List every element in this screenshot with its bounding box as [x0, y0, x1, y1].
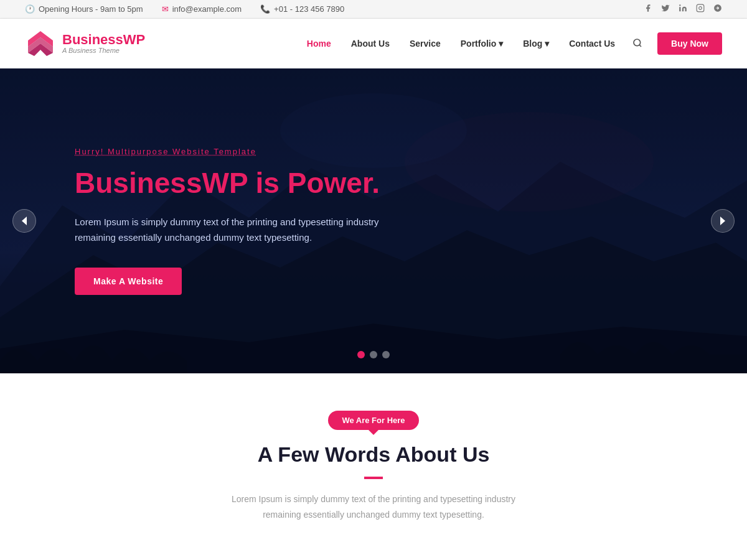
googleplus-link[interactable]: [713, 4, 722, 14]
logo-icon: [25, 28, 56, 59]
section-divider: [364, 477, 383, 479]
slider-dots: [357, 351, 390, 358]
about-section: We Are For Here A Few Words About Us Lor…: [0, 373, 747, 560]
twitter-link[interactable]: [661, 4, 670, 14]
instagram-link[interactable]: [696, 4, 705, 14]
search-button[interactable]: [626, 33, 649, 55]
slider-dot-3[interactable]: [382, 351, 390, 358]
linkedin-link[interactable]: [679, 4, 687, 14]
social-links: [644, 4, 722, 14]
hero-content: Hurry! Multipurpose Website Template Bus…: [0, 147, 380, 295]
hero-section: Hurry! Multipurpose Website Template Bus…: [0, 68, 747, 373]
hero-description: Lorem Ipsum is simply dummy text of the …: [75, 214, 380, 246]
hero-title: BusinessWP is Power.: [75, 167, 380, 199]
top-bar: 🕐 Opening Hours - 9am to 5pm ✉ info@exam…: [0, 0, 747, 19]
phone-text: +01 - 123 456 7890: [274, 4, 344, 14]
nav-blog[interactable]: Blog ▾: [514, 34, 558, 54]
logo-brand: BusinessWP: [62, 33, 145, 47]
main-nav: Home About Us Service Portfolio ▾ Blog ▾…: [298, 32, 722, 55]
slider-dot-1[interactable]: [357, 351, 365, 358]
buy-now-button[interactable]: Buy Now: [657, 32, 722, 55]
slider-prev-button[interactable]: [12, 209, 36, 233]
clock-icon: 🕐: [25, 4, 35, 14]
nav-portfolio[interactable]: Portfolio ▾: [452, 34, 512, 54]
svg-point-6: [634, 39, 641, 46]
nav-contact[interactable]: Contact Us: [560, 34, 624, 54]
phone-icon: 📞: [260, 4, 270, 14]
logo-tagline: A Business Theme: [62, 47, 145, 54]
nav-home[interactable]: Home: [298, 34, 340, 54]
logo-text: BusinessWP A Business Theme: [62, 33, 145, 54]
logo[interactable]: BusinessWP A Business Theme: [25, 28, 145, 59]
svg-rect-1: [697, 4, 704, 12]
hero-cta-button[interactable]: Make A Website: [75, 268, 182, 295]
hours-text: Opening Hours - 9am to 5pm: [39, 4, 143, 14]
header: BusinessWP A Business Theme Home About U…: [0, 19, 747, 68]
svg-point-0: [679, 4, 680, 6]
section-description: Lorem Ipsum is simply dummy text of the …: [218, 492, 529, 523]
section-tag: We Are For Here: [328, 411, 418, 430]
email-info: ✉ info@example.com: [162, 4, 242, 14]
hero-subtitle: Hurry! Multipurpose Website Template: [75, 147, 380, 156]
hours-info: 🕐 Opening Hours - 9am to 5pm: [25, 4, 143, 14]
section-title: A Few Words About Us: [25, 442, 722, 467]
facebook-link[interactable]: [644, 4, 652, 14]
email-icon: ✉: [162, 4, 169, 14]
nav-about[interactable]: About Us: [342, 34, 398, 54]
slider-next-button[interactable]: [711, 209, 735, 233]
nav-service[interactable]: Service: [401, 34, 449, 54]
phone-info: 📞 +01 - 123 456 7890: [260, 4, 344, 14]
email-text: info@example.com: [172, 4, 242, 14]
slider-dot-2[interactable]: [370, 351, 377, 358]
